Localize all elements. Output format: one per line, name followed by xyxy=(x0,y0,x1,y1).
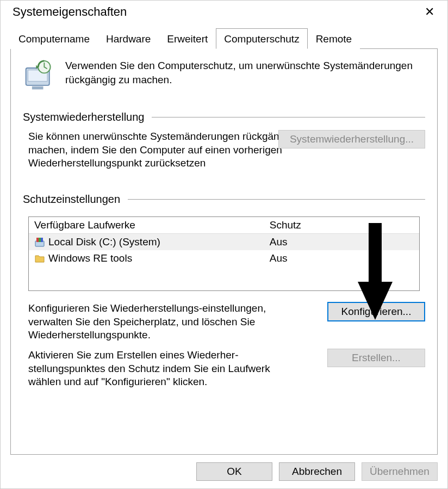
cancel-button[interactable]: Abbrechen xyxy=(279,462,355,481)
section-header-restore: Systemwiederherstellung xyxy=(23,111,425,123)
restore-description: Sie können unerwünschte Systemänderungen… xyxy=(28,130,306,170)
divider xyxy=(128,199,425,200)
drive-table[interactable]: Verfügbare Laufwerke Schutz Local Disk (… xyxy=(28,216,420,291)
section-header-settings: Schutzeinstellungen xyxy=(23,193,425,206)
tab-computerschutz[interactable]: Computerschutz xyxy=(216,28,307,49)
table-header: Verfügbare Laufwerke Schutz xyxy=(29,217,419,234)
drive-name: Windows RE tools xyxy=(48,252,132,264)
section-title-settings: Schutzeinstellungen xyxy=(23,193,120,206)
ok-button[interactable]: OK xyxy=(196,462,272,481)
dialog-buttons: OK Abbrechen Übernehmen xyxy=(1,455,447,488)
section-title-restore: Systemwiederherstellung xyxy=(23,111,144,123)
disk-icon xyxy=(34,237,45,247)
intro-text: Verwenden Sie den Computerschutz, um une… xyxy=(65,59,425,86)
system-properties-window: Systemeigenschaften ✕ Computername Hardw… xyxy=(0,0,448,489)
system-restore-icon xyxy=(23,60,55,92)
intro-row: Verwenden Sie den Computerschutz, um une… xyxy=(23,59,425,92)
window-title: Systemeigenschaften xyxy=(13,5,127,19)
folder-icon xyxy=(34,253,45,264)
table-empty-space xyxy=(29,267,419,290)
col-header-drives: Verfügbare Laufwerke xyxy=(34,219,270,231)
titlebar: Systemeigenschaften ✕ xyxy=(1,1,447,26)
col-header-protection: Schutz xyxy=(270,219,414,231)
drive-protection: Aus xyxy=(270,236,414,248)
divider xyxy=(152,117,425,117)
tab-hardware[interactable]: Hardware xyxy=(98,28,159,49)
tab-computername[interactable]: Computername xyxy=(10,28,98,49)
system-restore-button: Systemwiederherstellung... xyxy=(278,130,425,148)
tab-panel-computerschutz: Verwenden Sie den Computerschutz, um une… xyxy=(10,49,438,455)
restore-row: Sie können unerwünschte Systemänderungen… xyxy=(28,130,425,190)
configure-description: Konfigurieren Sie Wiederherstellungs-ein… xyxy=(28,302,306,342)
tab-remote[interactable]: Remote xyxy=(308,28,360,49)
configure-button[interactable]: Konfigurieren... xyxy=(327,302,425,321)
tab-erweitert[interactable]: Erweitert xyxy=(159,28,216,49)
tabs-container: Computername Hardware Erweitert Computer… xyxy=(1,26,447,49)
tabs: Computername Hardware Erweitert Computer… xyxy=(10,28,438,49)
table-row[interactable]: Windows RE tools Aus xyxy=(29,250,419,267)
create-button: Erstellen... xyxy=(327,349,425,367)
create-row: Aktivieren Sie zum Erstellen eines Wiede… xyxy=(28,349,425,389)
svg-rect-2 xyxy=(32,86,43,90)
svg-rect-6 xyxy=(36,238,39,242)
configure-row: Konfigurieren Sie Wiederherstellungs-ein… xyxy=(28,302,425,342)
create-description: Aktivieren Sie zum Erstellen eines Wiede… xyxy=(28,349,306,389)
table-row[interactable]: Local Disk (C:) (System) Aus xyxy=(29,234,419,250)
svg-rect-7 xyxy=(39,238,41,242)
apply-button: Übernehmen xyxy=(362,462,438,481)
drive-name: Local Disk (C:) (System) xyxy=(48,236,160,248)
svg-rect-8 xyxy=(41,238,43,242)
close-icon[interactable]: ✕ xyxy=(419,5,440,19)
drive-protection: Aus xyxy=(270,252,414,264)
